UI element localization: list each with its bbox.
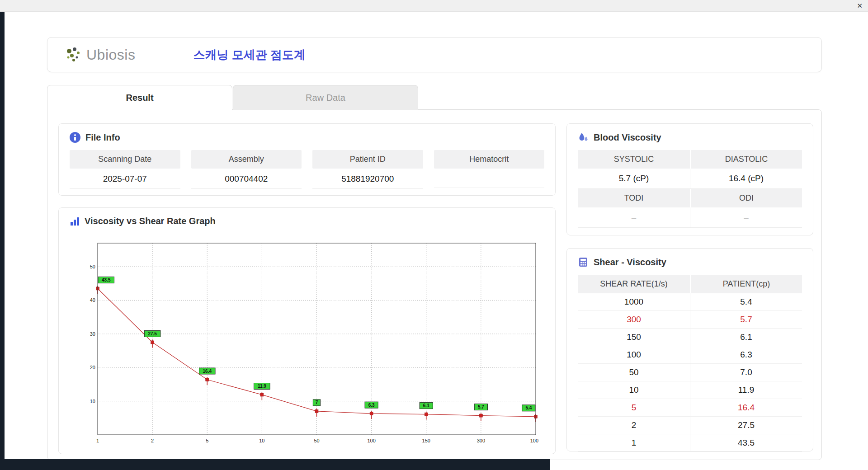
- patient-cell: 11.9: [690, 381, 802, 399]
- svg-text:6.1: 6.1: [423, 403, 429, 408]
- svg-text:40: 40: [90, 297, 95, 303]
- field-label: Scanning Date: [70, 150, 180, 169]
- svg-text:5.7: 5.7: [478, 404, 484, 409]
- blood-viscosity-table: SYSTOLIC DIASTOLIC 5.7 (cP) 16.4 (cP) TO…: [578, 150, 802, 228]
- ubiosis-logo-icon: [65, 46, 84, 64]
- field-hematocrit: Hematocrit: [434, 150, 545, 189]
- viscosity-graph-card: Viscosity vs Shear Rate Graph 1020304050…: [58, 207, 556, 454]
- field-scanning-date: Scanning Date 2025-07-07: [70, 150, 180, 189]
- graph-title: Viscosity vs Shear Rate Graph: [85, 216, 216, 226]
- graph-title-row: Viscosity vs Shear Rate Graph: [59, 208, 555, 231]
- table-row: 1 43.5: [578, 434, 802, 452]
- field-value: 2025-07-07: [70, 169, 180, 189]
- app-title: 스캐닝 모세관 점도계: [193, 47, 305, 63]
- droplet-icon: [578, 132, 589, 143]
- file-info-title: File Info: [85, 132, 120, 143]
- field-value: 51881920700: [312, 169, 423, 189]
- table-row: 100 6.3: [578, 346, 802, 364]
- calculator-icon: [578, 257, 589, 268]
- systolic-value: 5.7 (cP): [578, 169, 690, 189]
- info-icon: [70, 132, 80, 143]
- diastolic-value: 16.4 (cP): [690, 169, 802, 189]
- header-diastolic: DIASTOLIC: [690, 150, 802, 169]
- desktop-edge-bottom: [0, 459, 550, 470]
- patient-cell: 6.1: [690, 329, 802, 346]
- svg-text:50: 50: [90, 264, 95, 269]
- svg-text:43.5: 43.5: [102, 277, 111, 282]
- patient-cell: 43.5: [690, 434, 802, 451]
- shear-rate-cell: 2: [578, 417, 690, 434]
- table-row: 5 16.4: [578, 399, 802, 417]
- table-row: 10 11.9: [578, 381, 802, 399]
- file-info-fields: Scanning Date 2025-07-07 Assembly 000704…: [59, 147, 555, 189]
- svg-text:300: 300: [477, 438, 485, 443]
- todi-value: –: [578, 207, 690, 228]
- patient-cell: 6.3: [690, 346, 802, 363]
- svg-text:1: 1: [96, 438, 99, 443]
- shear-rate-cell: 1000: [578, 293, 690, 310]
- shear-rate-cell: 10: [578, 381, 690, 399]
- table-header-row: TODI ODI: [578, 189, 802, 207]
- shear-rate-cell: 5: [578, 399, 690, 416]
- shear-rate-cell: 300: [578, 311, 690, 328]
- shear-viscosity-card: Shear - Viscosity SHEAR RATE(1/s) PATIEN…: [566, 248, 813, 451]
- file-info-card: File Info Scanning Date 2025-07-07 Assem…: [58, 123, 556, 196]
- table-row: 1000 5.4: [578, 293, 802, 311]
- header-systolic: SYSTOLIC: [578, 150, 690, 169]
- header-patient: PATIENT(cp): [690, 275, 802, 293]
- patient-cell: 5.4: [690, 293, 802, 310]
- header-todi: TODI: [578, 189, 690, 207]
- svg-text:100: 100: [367, 438, 375, 443]
- shear-rate-cell: 1: [578, 434, 690, 451]
- patient-cell: 5.7: [690, 311, 802, 328]
- field-assembly: Assembly 000704402: [191, 150, 302, 189]
- blood-viscosity-title-row: Blood Viscosity: [567, 124, 813, 147]
- table-header-row: SHEAR RATE(1/s) PATIENT(cp): [578, 275, 802, 293]
- svg-text:2: 2: [151, 438, 154, 443]
- table-row: 2 27.5: [578, 417, 802, 434]
- blood-viscosity-card: Blood Viscosity SYSTOLIC DIASTOLIC 5.7 (…: [566, 123, 813, 235]
- svg-text:11.9: 11.9: [258, 384, 266, 389]
- tab-raw-data[interactable]: Raw Data: [233, 85, 418, 110]
- bar-chart-icon: [70, 216, 80, 226]
- svg-text:10: 10: [259, 438, 264, 443]
- patient-cell: 27.5: [690, 417, 802, 434]
- table-row: 300 5.7: [578, 311, 802, 329]
- shear-viscosity-title-row: Shear - Viscosity: [567, 249, 813, 272]
- shear-viscosity-title: Shear - Viscosity: [594, 257, 666, 268]
- content-panel: File Info Scanning Date 2025-07-07 Assem…: [47, 109, 822, 460]
- patient-cell: 7.0: [690, 364, 802, 381]
- svg-text:10: 10: [90, 399, 95, 404]
- window-close-button[interactable]: ✕: [857, 2, 863, 10]
- desktop-edge-left: [0, 12, 5, 470]
- logo-text: Ubiosis: [86, 47, 135, 63]
- svg-text:6.3: 6.3: [368, 403, 375, 408]
- tab-bar: Result Raw Data: [47, 85, 418, 110]
- table-row: 50 7.0: [578, 364, 802, 381]
- svg-text:16.4: 16.4: [203, 369, 212, 374]
- svg-text:150: 150: [422, 438, 430, 443]
- field-label: Hematocrit: [434, 150, 545, 169]
- svg-text:50: 50: [314, 438, 319, 443]
- field-value: [434, 169, 545, 188]
- svg-text:20: 20: [90, 365, 95, 370]
- field-label: Patient ID: [312, 150, 423, 169]
- window-titlebar: ✕: [0, 0, 868, 12]
- ubiosis-logo: Ubiosis: [65, 46, 135, 64]
- svg-text:30: 30: [90, 331, 95, 337]
- viscosity-chart: 10203040501251050100150300100043.527.516…: [84, 240, 538, 447]
- field-patient-id: Patient ID 51881920700: [312, 150, 423, 189]
- table-value-row: – –: [578, 207, 802, 228]
- field-label: Assembly: [191, 150, 302, 169]
- table-header-row: SYSTOLIC DIASTOLIC: [578, 150, 802, 169]
- odi-value: –: [690, 207, 802, 228]
- shear-rate-cell: 100: [578, 346, 690, 363]
- shear-viscosity-table: SHEAR RATE(1/s) PATIENT(cp) 1000 5.4 300…: [578, 275, 802, 452]
- patient-cell: 16.4: [690, 399, 802, 416]
- header-odi: ODI: [690, 189, 802, 207]
- tab-result[interactable]: Result: [47, 85, 232, 110]
- svg-text:5.4: 5.4: [525, 405, 532, 410]
- table-value-row: 5.7 (cP) 16.4 (cP): [578, 169, 802, 189]
- app-header: Ubiosis 스캐닝 모세관 점도계: [47, 37, 822, 72]
- field-value: 000704402: [191, 169, 302, 189]
